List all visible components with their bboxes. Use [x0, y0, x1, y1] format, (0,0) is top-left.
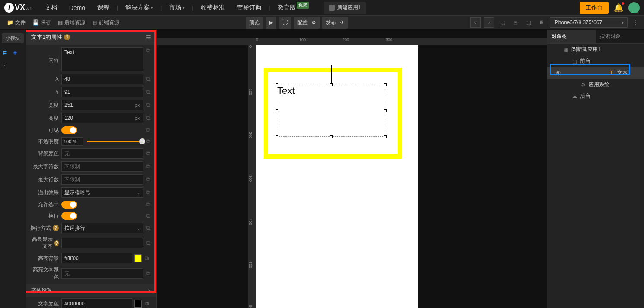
height-input[interactable]	[61, 113, 143, 123]
help-icon[interactable]: ?	[53, 225, 59, 231]
link-icon[interactable]: ⧉	[143, 150, 153, 157]
layout-icon-2[interactable]: ⊟	[511, 18, 520, 27]
highlight-text-input[interactable]	[61, 238, 143, 248]
visible-toggle[interactable]	[61, 126, 77, 134]
publish-button[interactable]: 发布✈	[322, 17, 348, 29]
content-input[interactable]: Text	[61, 47, 143, 71]
preview-button[interactable]: 预览	[246, 17, 263, 29]
link-icon[interactable]: ⧉	[143, 163, 153, 170]
nav-forward-button[interactable]: ›	[484, 17, 494, 28]
x-input[interactable]	[61, 74, 143, 84]
nav-demo[interactable]: Demo	[63, 4, 91, 11]
nav-back-button[interactable]: ‹	[470, 17, 481, 28]
ruler-tick: 100	[248, 89, 253, 95]
maxchars-input[interactable]	[61, 161, 143, 172]
device-select[interactable]: iPhone6/7/8 375*667▾	[550, 17, 628, 28]
overflow-select[interactable]: 显示省略号⌄	[61, 187, 143, 198]
qr-button[interactable]: ⛶	[279, 17, 291, 29]
nav-docs[interactable]: 文档	[39, 4, 63, 12]
help-icon[interactable]: ?	[64, 34, 70, 40]
user-avatar[interactable]	[628, 2, 640, 13]
eye-icon[interactable]: 👁	[556, 70, 561, 76]
color-swatch-black[interactable]	[134, 300, 142, 308]
slider-thumb[interactable]	[139, 138, 145, 144]
wrapmode-select[interactable]: 按词换行⌄	[61, 223, 143, 233]
ruler-tick: 100	[299, 38, 306, 42]
resize-handle-nw[interactable]	[276, 83, 278, 86]
notification-bell-icon[interactable]: 🔔	[614, 3, 623, 13]
link-icon[interactable]: ⧉	[143, 225, 153, 231]
bgcolor-input[interactable]	[61, 148, 143, 159]
link-icon[interactable]: ⧉	[143, 76, 153, 83]
more-icon[interactable]: ⋮	[631, 18, 641, 27]
y-input[interactable]	[61, 87, 143, 97]
wrap-toggle[interactable]	[61, 212, 77, 220]
play-button[interactable]: ▶	[266, 17, 276, 29]
opacity-slider[interactable]	[87, 141, 143, 142]
frontend-resources[interactable]: ▦前端资源	[89, 19, 123, 26]
selectable-toggle[interactable]	[61, 201, 77, 209]
nav-subscription[interactable]: 套餐订购	[231, 4, 267, 12]
link-icon[interactable]: ⧉	[143, 89, 153, 96]
link-icon[interactable]: ⧉	[143, 102, 153, 109]
nav-education[interactable]: 教育版免费	[272, 4, 315, 12]
tree-tab-search[interactable]: 搜索对象	[596, 30, 644, 43]
fontcolor-input[interactable]	[61, 298, 132, 308]
width-input[interactable]	[61, 100, 143, 110]
backend-resources[interactable]: ▦后端资源	[54, 19, 89, 26]
layout-icon-1[interactable]: ⬚	[498, 18, 507, 27]
stage[interactable]: Text	[256, 45, 418, 308]
tree-appsys[interactable]: ⚙ 应用系统	[547, 79, 644, 90]
tree-frontend[interactable]: ▢ 前台	[547, 55, 644, 67]
link-icon[interactable]: ⧉	[143, 201, 153, 208]
resize-handle-e[interactable]	[384, 109, 387, 112]
search-box-icon[interactable]: ⊡	[3, 62, 10, 70]
link-icon[interactable]: ⧉	[143, 115, 153, 122]
canvas-area[interactable]: 0 100 200 300 0 100 200 300 400 500 600 …	[157, 30, 547, 308]
app-tab[interactable]: 新建应用1	[324, 2, 366, 14]
tree-root[interactable]: ▦ [5]新建应用1	[547, 44, 644, 55]
link-icon[interactable]: ⧉	[143, 270, 153, 277]
nav-course[interactable]: 课程	[91, 4, 115, 12]
hamburger-icon[interactable]: ☰	[146, 34, 151, 41]
maxlines-input[interactable]	[61, 174, 143, 185]
mini-module-tab[interactable]: 小模块	[2, 33, 24, 43]
tree-backend[interactable]: ☁ 后台	[547, 90, 644, 102]
help-icon[interactable]: ?	[54, 240, 59, 246]
save-button[interactable]: 💾保存	[29, 19, 54, 26]
resize-handle-n[interactable]	[330, 83, 333, 86]
config-button[interactable]: 配置⚙	[294, 17, 320, 29]
link-icon[interactable]: ⧉	[143, 240, 153, 247]
flow-icon[interactable]: ⇄	[3, 49, 10, 57]
nav-solutions[interactable]: 解决方案▾	[119, 4, 159, 12]
tree-tab-objects[interactable]: 对象树	[547, 30, 596, 43]
link-icon[interactable]: ⧉	[143, 127, 153, 134]
highlight-bg-input[interactable]	[61, 253, 132, 263]
tree-text1[interactable]: 👁 T 文本1	[547, 67, 644, 79]
width-unit: px	[135, 103, 140, 108]
diamond-icon[interactable]: ◈	[13, 49, 21, 57]
nav-pricing[interactable]: 收费标准	[195, 4, 231, 12]
color-swatch-yellow[interactable]	[134, 254, 142, 262]
resize-handle-s[interactable]	[330, 135, 333, 138]
nav-market[interactable]: 市场▾	[163, 4, 191, 12]
text-element[interactable]: Text	[277, 85, 385, 137]
file-menu[interactable]: 📁文件	[3, 19, 29, 26]
layout-icon-3[interactable]: ▢	[524, 18, 533, 27]
highlight-color-input[interactable]	[61, 268, 143, 279]
link-icon[interactable]: ⧉	[142, 300, 151, 307]
resize-handle-ne[interactable]	[384, 83, 387, 86]
link-icon[interactable]: ⧉	[142, 255, 151, 262]
link-icon[interactable]: ⧉	[143, 47, 153, 54]
font-section-header[interactable]: 字体设置⌄	[26, 284, 156, 297]
resize-handle-se[interactable]	[384, 135, 387, 138]
workbench-button[interactable]: 工作台	[580, 2, 609, 14]
link-icon[interactable]: ⧉	[143, 189, 153, 196]
link-icon[interactable]: ⧉	[143, 212, 153, 219]
resize-handle-sw[interactable]	[276, 135, 278, 138]
resize-handle-w[interactable]	[276, 109, 278, 112]
link-icon[interactable]: ⧉	[143, 176, 153, 183]
opacity-value[interactable]: 100 %	[61, 137, 83, 146]
logo[interactable]: i VX .cn	[4, 3, 32, 13]
device-icon[interactable]: 🖥	[537, 18, 546, 27]
